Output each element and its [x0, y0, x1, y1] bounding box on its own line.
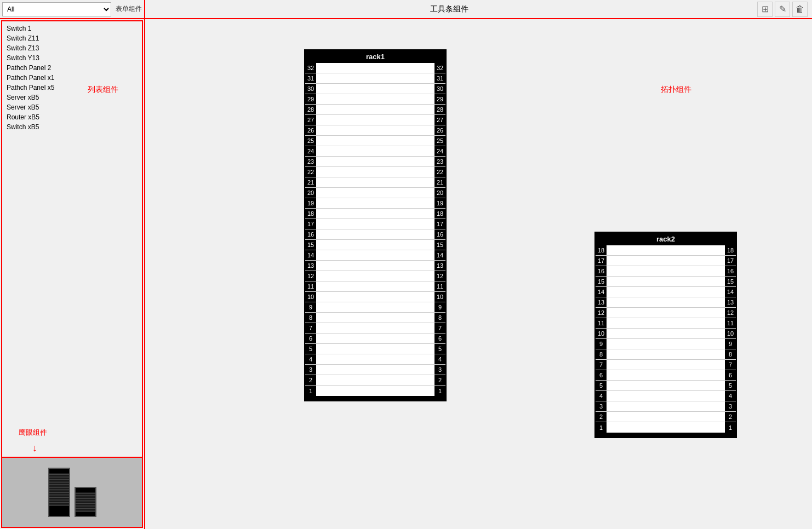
rack-row: 2626: [305, 125, 445, 136]
list-item[interactable]: Server xB5: [3, 93, 141, 102]
mini-rack1: [48, 468, 70, 517]
eagle-eye-panel: 鹰眼组件 ↓: [1, 457, 143, 528]
rack2-body: 1818171716161515141413131212111110109988…: [596, 245, 736, 433]
rack-row: 33: [305, 365, 445, 375]
rack-row: 1616: [596, 266, 736, 277]
rack-row: 1111: [596, 318, 736, 329]
rack-row: 1212: [305, 271, 445, 281]
list-item[interactable]: Switch Z11: [3, 33, 141, 43]
topo-label: 拓扑组件: [661, 85, 691, 95]
add-button[interactable]: ⊞: [757, 2, 773, 17]
rack-row: 88: [596, 349, 736, 360]
rack-row: 55: [305, 344, 445, 354]
rack-row: 44: [596, 391, 736, 401]
rack-row: 2121: [305, 177, 445, 188]
rack-row: 11: [596, 422, 736, 433]
rack-row: 11: [305, 386, 445, 396]
rack-row: 1111: [305, 281, 445, 292]
rack-row: 3030: [305, 84, 445, 94]
main-area: Switch 1Switch Z11Switch Z13Switch Y13Pa…: [0, 19, 812, 529]
rack2: rack2 1818171716161515141413131212111110…: [594, 232, 737, 438]
mini-rack2: [75, 487, 96, 517]
eagle-eye-arrow: ↓: [32, 442, 37, 454]
list-item[interactable]: Server xB5: [3, 102, 141, 112]
rack-row: 2525: [305, 136, 445, 146]
list-item[interactable]: Pathch Panel x1: [3, 73, 141, 83]
rack2-wrapper: rack2 1818171716161515141413131212111110…: [594, 232, 737, 438]
right-panel[interactable]: 拓扑组件 rack1 32323131303029292828272726262…: [145, 19, 812, 529]
toolbar-center: 工具条组件: [145, 4, 753, 14]
rack1-title: rack1: [305, 50, 445, 63]
rack-row: 1717: [305, 219, 445, 229]
list-item[interactable]: Switch 1: [3, 24, 141, 33]
list-item[interactable]: Switch Z13: [3, 43, 141, 53]
rack-row: 22: [305, 375, 445, 386]
delete-button[interactable]: 🗑: [792, 2, 808, 17]
list-item[interactable]: Router xB5: [3, 112, 141, 122]
list-item[interactable]: Pathch Panel 2: [3, 63, 141, 73]
rack-row: 1313: [596, 297, 736, 308]
rack-row: 1313: [305, 261, 445, 271]
rack-row: 77: [596, 360, 736, 370]
rack-row: 55: [596, 381, 736, 391]
rack-row: 3232: [305, 63, 445, 73]
rack-row: 77: [305, 323, 445, 334]
rack-row: 66: [305, 334, 445, 344]
rack-row: 2929: [305, 94, 445, 105]
rack-row: 2222: [305, 167, 445, 177]
filter-dropdown[interactable]: All: [2, 2, 111, 16]
list-item[interactable]: Pathch Panel x5: [3, 83, 141, 93]
rack-row: 1212: [596, 308, 736, 318]
rack1: rack1 3232313130302929282827272626252524…: [304, 49, 447, 401]
rack-row: 88: [305, 313, 445, 323]
toolbar: All 表单组件 工具条组件 ⊞ ✎ 🗑: [0, 0, 812, 19]
rack-row: 1515: [596, 277, 736, 287]
rack-row: 2020: [305, 188, 445, 198]
rack-row: 44: [305, 354, 445, 365]
rack-row: 2727: [305, 115, 445, 125]
rack-row: 1919: [305, 198, 445, 209]
rack-row: 3131: [305, 73, 445, 84]
form-component-label: 表单组件: [116, 4, 142, 14]
toolbar-left: All 表单组件: [0, 0, 145, 18]
rack-row: 2424: [305, 146, 445, 157]
rack-row: 1414: [305, 250, 445, 261]
rack-row: 22: [596, 412, 736, 422]
rack-row: 1616: [305, 229, 445, 240]
rack-row: 2828: [305, 105, 445, 115]
list-item[interactable]: Switch xB5: [3, 122, 141, 132]
rack-row: 1010: [305, 292, 445, 302]
list-area: Switch 1Switch Z11Switch Z13Switch Y13Pa…: [1, 20, 143, 528]
rack-row: 66: [596, 370, 736, 381]
toolbar-title: 工具条组件: [430, 4, 468, 14]
list-item[interactable]: Switch Y13: [3, 53, 141, 63]
rack-row: 1818: [305, 209, 445, 219]
eagle-eye-content: [2, 458, 142, 527]
rack2-title: rack2: [596, 233, 736, 245]
rack1-wrapper: rack1 3232313130302929282827272626252524…: [304, 49, 447, 401]
rack-row: 1414: [596, 287, 736, 297]
rack-row: 1010: [596, 329, 736, 339]
rack-row: 1717: [596, 256, 736, 266]
rack-row: 99: [596, 339, 736, 349]
rack-row: 1515: [305, 240, 445, 250]
rack-row: 99: [305, 302, 445, 313]
edit-button[interactable]: ✎: [775, 2, 790, 17]
left-panel: Switch 1Switch Z11Switch Z13Switch Y13Pa…: [0, 19, 145, 529]
eagle-eye-label: 鹰眼组件: [19, 428, 47, 438]
toolbar-right: ⊞ ✎ 🗑: [753, 2, 812, 17]
rack-row: 1818: [596, 245, 736, 256]
rack-row: 2323: [305, 157, 445, 167]
rack1-body: 3232313130302929282827272626252524242323…: [305, 63, 445, 396]
rack-row: 33: [596, 401, 736, 412]
